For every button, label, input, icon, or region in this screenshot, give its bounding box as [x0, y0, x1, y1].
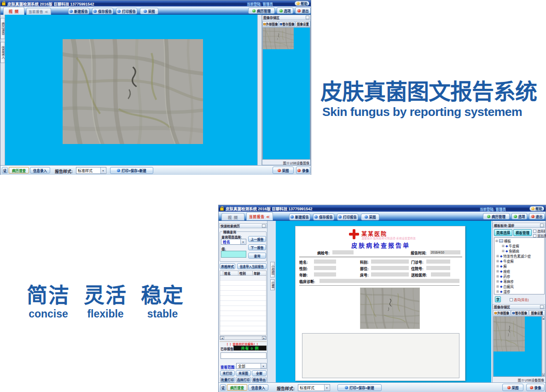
exam-no-field[interactable]: [332, 250, 354, 254]
record-button[interactable]: 录像: [296, 167, 310, 174]
query-field-select[interactable]: 姓名 ▼: [221, 239, 246, 245]
word-select-checkbox[interactable]: 选词(双击): [510, 297, 537, 302]
stored-image-thumbnail[interactable]: [263, 28, 294, 49]
name-field[interactable]: [314, 259, 336, 264]
new-report-button[interactable]: 新建报告: [68, 8, 89, 14]
side-tab-info-entry[interactable]: 信息录入: [0, 42, 5, 63]
close-icon[interactable]: [540, 305, 544, 309]
report-findings-textarea[interactable]: [302, 333, 459, 378]
class-library-button[interactable]: 类库选择: [494, 229, 512, 236]
capture-bottom-button[interactable]: 采图: [273, 167, 294, 174]
report-style-select[interactable]: 标准样式 ▼: [298, 384, 330, 391]
tree-item[interactable]: ⊞◆癣: [494, 264, 544, 269]
side-tab-quick-search[interactable]: 病历速查: [0, 18, 5, 39]
tab-video[interactable]: 视 频: [221, 213, 244, 220]
selector-checkbox[interactable]: 选择器: [533, 229, 545, 233]
info-entry-button[interactable]: 信息录入: [248, 384, 268, 391]
expander-icon[interactable]: ⊞: [496, 275, 499, 278]
view-range-select[interactable]: 全部 ▼: [236, 363, 267, 369]
side-tab-small-view[interactable]: 小视图: [270, 262, 275, 277]
template-manage-button[interactable]: 模板管理: [513, 229, 532, 236]
options-button[interactable]: 选项: [511, 213, 527, 219]
scroll-up-icon[interactable]: ▲: [542, 317, 545, 320]
query-button[interactable]: 查询: [248, 253, 266, 259]
report-time-field[interactable]: 2016/4/10: [430, 250, 460, 254]
vertical-scrollbar[interactable]: ▲ ▼: [542, 316, 545, 377]
import-to-report-button[interactable]: 信息导入当前报告: [237, 263, 267, 269]
print-report-button[interactable]: 打印报告: [337, 213, 358, 220]
cert-button[interactable]: 证: [2, 167, 8, 173]
batch-print-button[interactable]: 批量打印: [220, 377, 235, 382]
gender-field[interactable]: [314, 266, 336, 270]
close-icon[interactable]: [262, 224, 266, 228]
query-value-input[interactable]: [221, 251, 246, 258]
select-print-button[interactable]: 选择打印: [236, 377, 251, 382]
tree-item[interactable]: ⊞◆痤疮: [494, 269, 544, 274]
table-style-button[interactable]: 表格样式: [220, 263, 235, 269]
temp-image-button[interactable]: 暂存图像: [279, 21, 295, 27]
scroll-left-icon[interactable]: ◄: [220, 336, 224, 340]
external-image-button[interactable]: 外部图像: [493, 310, 511, 316]
capture-bottom-button[interactable]: 采图: [502, 384, 523, 391]
bed-no-field[interactable]: [371, 272, 409, 277]
table-row[interactable]: [220, 276, 266, 281]
cert-button[interactable]: 证: [220, 384, 226, 391]
tree-item[interactable]: ⊞◆特发性色素减少症: [494, 254, 544, 259]
temp-image-button[interactable]: 暂存图像: [511, 310, 529, 316]
table-row[interactable]: [220, 321, 266, 326]
capture-button[interactable]: 采图: [361, 213, 379, 220]
report-microscope-image[interactable]: [360, 288, 420, 329]
filter-unprinted-button[interactable]: 未打印: [220, 370, 235, 376]
expander-icon[interactable]: ⊞: [496, 254, 499, 258]
tree-item[interactable]: ⊞◆牛皮癣: [494, 259, 544, 264]
filter-uncaptured-button[interactable]: 未采图: [236, 370, 251, 376]
image-settings-button[interactable]: 图像设置: [296, 21, 310, 27]
table-row[interactable]: [220, 306, 266, 311]
quick-search-button[interactable]: 病历速查: [9, 167, 29, 173]
print-report-button[interactable]: 打印报告: [116, 8, 137, 14]
expander-icon[interactable]: ⊞: [502, 244, 505, 248]
scroll-right-icon[interactable]: ►: [262, 336, 266, 340]
report-style-select[interactable]: 标准样式 ▼: [76, 167, 106, 174]
tab-current-report[interactable]: 当前报告 ≪: [246, 212, 273, 220]
tree-item[interactable]: ⊞◆湿疹: [494, 289, 544, 294]
table-row[interactable]: [220, 301, 266, 306]
new-report-button[interactable]: 新建报告: [289, 213, 310, 220]
export-report-button[interactable]: 报告导出: [252, 377, 267, 382]
results-table-body[interactable]: [220, 276, 267, 335]
tree-item[interactable]: ⊞◆荨麻疹: [494, 279, 544, 284]
template-tree[interactable]: ⊞模板 ⊞◆牛皮癣 ⊞◆鱼鳞病 ⊞◆特发性色素减少症 ⊞◆牛皮癣 ⊞◆癣 ⊞◆痤…: [494, 237, 545, 294]
tree-item[interactable]: ⊞◆鱼鳞病: [494, 248, 544, 254]
table-row[interactable]: [220, 291, 266, 296]
capture-button[interactable]: 采图: [140, 8, 158, 14]
close-icon[interactable]: [540, 224, 544, 227]
col-gender[interactable]: 性别: [238, 271, 253, 276]
col-age[interactable]: 年龄: [253, 271, 267, 276]
dept-field[interactable]: [371, 259, 409, 264]
save-report-button[interactable]: 保存报告: [313, 213, 334, 220]
quick-search-button[interactable]: 病历速查: [227, 384, 247, 391]
tree-item[interactable]: ⊞◆白癜风: [494, 284, 544, 289]
expander-icon[interactable]: ⊞: [496, 265, 499, 268]
info-entry-button[interactable]: 信息录入: [30, 167, 50, 173]
print-save-new-button[interactable]: 打印+保存=新建: [110, 167, 153, 174]
image-settings-button[interactable]: 图像设置: [529, 310, 545, 316]
tree-item[interactable]: ⊞◆药疹: [494, 274, 544, 279]
print-save-new-button[interactable]: 打印+保存=新建: [337, 384, 382, 391]
scroll-down-icon[interactable]: ▼: [542, 373, 545, 376]
expander-icon[interactable]: ⊞: [496, 270, 499, 273]
filter-all-button[interactable]: 全部: [252, 370, 267, 376]
tab-current-report[interactable]: 当前报告 ≪: [26, 8, 51, 15]
age-field[interactable]: [314, 272, 336, 277]
expander-icon[interactable]: ⊞: [496, 285, 499, 288]
case-manage-button[interactable]: 病历管理: [248, 7, 275, 14]
table-row[interactable]: [220, 316, 266, 321]
splitter[interactable]: [257, 15, 262, 165]
close-icon[interactable]: [306, 16, 309, 19]
expander-icon[interactable]: ⊞: [502, 249, 505, 253]
char-button[interactable]: 字: [495, 296, 501, 302]
table-row[interactable]: [220, 286, 266, 291]
help-button[interactable]: 帮助: [529, 206, 544, 211]
case-manage-button[interactable]: 病历管理: [483, 213, 510, 219]
horizontal-scrollbar[interactable]: ◄ ►: [220, 336, 267, 340]
